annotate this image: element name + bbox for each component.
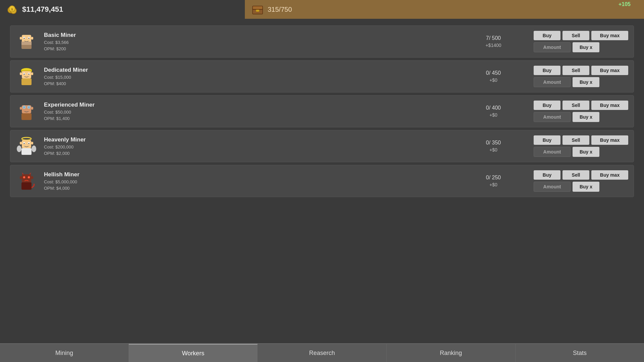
amount-button-basic-miner[interactable]: Amount xyxy=(534,42,571,52)
gold-icon: $ xyxy=(7,3,19,15)
svg-rect-49 xyxy=(22,174,31,182)
name-dedicated-miner: Dedicated Miner xyxy=(44,67,460,73)
name-basic-miner: Basic Miner xyxy=(44,32,460,39)
svg-rect-54 xyxy=(20,176,22,179)
stats-heavenly-miner: 0/ 350 +$0 xyxy=(460,140,527,153)
buy-button-experienced-miner[interactable]: Buy xyxy=(534,101,560,110)
buy-max-button-basic-miner[interactable]: Buy max xyxy=(591,31,628,40)
chest-plus: +105 xyxy=(619,1,631,7)
info-basic-miner: Basic Miner Cost: $3,566 OPM: $200 xyxy=(44,32,460,51)
name-experienced-miner: Experienced Miner xyxy=(44,102,460,108)
buy-x-button-hellish-miner[interactable]: Buy x xyxy=(573,182,599,192)
amount-button-experienced-miner[interactable]: Amount xyxy=(534,112,571,122)
header: $ $11,479,451 315/750 +105 xyxy=(0,0,644,19)
avatar-dedicated-miner xyxy=(16,66,37,87)
buy-x-button-basic-miner[interactable]: Buy x xyxy=(573,42,599,52)
svg-rect-24 xyxy=(20,72,22,75)
buy-x-button-dedicated-miner[interactable]: Buy x xyxy=(573,77,599,87)
svg-text:$: $ xyxy=(11,8,13,11)
stats-experienced-miner: 0/ 400 +$0 xyxy=(460,105,527,118)
svg-point-22 xyxy=(24,74,25,75)
worker-row-heavenly-miner: Heavenly Miner Cost: $200,000 OPM: $2,00… xyxy=(10,130,634,162)
sell-button-dedicated-miner[interactable]: Sell xyxy=(562,66,589,75)
buy-max-button-experienced-miner[interactable]: Buy max xyxy=(591,101,628,110)
svg-rect-55 xyxy=(31,176,33,179)
worker-row-dedicated-miner: Dedicated Miner Cost: $15,000 OPM: $400 … xyxy=(10,60,634,93)
svg-point-44 xyxy=(17,145,21,152)
svg-rect-26 xyxy=(21,78,32,85)
nav-stats[interactable]: Stats xyxy=(516,344,644,362)
info-dedicated-miner: Dedicated Miner Cost: $15,000 OPM: $400 xyxy=(44,67,460,86)
svg-rect-16 xyxy=(21,42,32,45)
svg-rect-46 xyxy=(21,148,32,155)
buy-button-dedicated-miner[interactable]: Buy xyxy=(534,66,560,75)
count-experienced-miner: 0/ 400 xyxy=(486,105,501,111)
buttons-hellish-miner: Buy Sell Buy max Amount Buy x xyxy=(534,170,628,192)
buy-max-button-dedicated-miner[interactable]: Buy max xyxy=(591,66,628,75)
avatar-basic-miner xyxy=(16,31,37,52)
amount-button-heavenly-miner[interactable]: Amount xyxy=(534,147,571,157)
buy-max-button-hellish-miner[interactable]: Buy max xyxy=(591,170,628,180)
buttons-dedicated-miner: Buy Sell Buy max Amount Buy x xyxy=(534,66,628,87)
avatar-experienced-miner xyxy=(16,101,37,122)
sell-button-heavenly-miner[interactable]: Sell xyxy=(562,135,589,145)
name-heavenly-miner: Heavenly Miner xyxy=(44,136,460,143)
income-experienced-miner: +$0 xyxy=(489,112,497,118)
svg-point-40 xyxy=(24,143,25,144)
nav-research[interactable]: Reaserch xyxy=(258,344,386,362)
svg-point-12 xyxy=(24,38,25,39)
gold-section: $ $11,479,451 xyxy=(0,0,245,19)
cost-hellish-miner: Cost: $5,000,000 xyxy=(44,179,460,184)
opm-hellish-miner: OPM: $4,000 xyxy=(44,186,460,191)
chest-section: 315/750 +105 xyxy=(245,0,644,19)
buttons-basic-miner: Buy Sell Buy max Amount Buy x xyxy=(534,31,628,52)
sell-button-experienced-miner[interactable]: Sell xyxy=(562,101,589,110)
cost-dedicated-miner: Cost: $15,000 xyxy=(44,75,460,80)
count-basic-miner: 7/ 500 xyxy=(486,35,501,41)
chest-count: 315/750 xyxy=(268,6,292,13)
buy-button-hellish-miner[interactable]: Buy xyxy=(534,170,560,180)
buy-button-basic-miner[interactable]: Buy xyxy=(534,31,560,40)
income-hellish-miner: +$0 xyxy=(489,182,497,187)
sell-button-basic-miner[interactable]: Sell xyxy=(562,31,589,40)
avatar-heavenly-miner xyxy=(16,135,37,157)
stats-dedicated-miner: 0/ 450 +$0 xyxy=(460,70,527,83)
svg-rect-33 xyxy=(20,107,22,110)
info-heavenly-miner: Heavenly Miner Cost: $200,000 OPM: $2,00… xyxy=(44,136,460,156)
svg-rect-15 xyxy=(31,37,33,40)
buy-max-button-heavenly-miner[interactable]: Buy max xyxy=(591,135,628,145)
svg-point-32 xyxy=(28,106,30,108)
cost-experienced-miner: Cost: $50,000 xyxy=(44,110,460,115)
amount-button-hellish-miner[interactable]: Amount xyxy=(534,182,571,192)
footer-nav: Mining Workers Reaserch Ranking Stats xyxy=(0,343,644,362)
buy-x-button-experienced-miner[interactable]: Buy x xyxy=(573,112,599,122)
svg-rect-42 xyxy=(20,142,22,144)
svg-point-13 xyxy=(29,38,30,39)
nav-ranking[interactable]: Ranking xyxy=(387,344,516,362)
svg-point-23 xyxy=(29,74,30,75)
buy-button-heavenly-miner[interactable]: Buy xyxy=(534,135,560,145)
nav-workers[interactable]: Workers xyxy=(129,344,258,362)
buy-x-button-heavenly-miner[interactable]: Buy x xyxy=(573,147,599,157)
gold-amount: $11,479,451 xyxy=(22,5,63,14)
avatar-hellish-miner xyxy=(16,170,37,192)
nav-mining[interactable]: Mining xyxy=(0,344,129,362)
opm-dedicated-miner: OPM: $400 xyxy=(44,81,460,86)
chest-icon xyxy=(252,3,264,15)
svg-rect-25 xyxy=(31,72,33,75)
svg-rect-35 xyxy=(21,113,32,120)
svg-point-36 xyxy=(22,137,31,140)
svg-rect-56 xyxy=(21,182,32,190)
cost-heavenly-miner: Cost: $200,000 xyxy=(44,144,460,149)
income-dedicated-miner: +$0 xyxy=(489,77,497,83)
count-heavenly-miner: 0/ 350 xyxy=(486,140,501,146)
worker-row-hellish-miner: Hellish Miner Cost: $5,000,000 OPM: $4,0… xyxy=(10,165,634,197)
svg-rect-34 xyxy=(31,107,33,110)
opm-heavenly-miner: OPM: $2,000 xyxy=(44,151,460,156)
stats-hellish-miner: 0/ 250 +$0 xyxy=(460,175,527,187)
sell-button-hellish-miner[interactable]: Sell xyxy=(562,170,589,180)
svg-point-41 xyxy=(29,143,30,144)
name-hellish-miner: Hellish Miner xyxy=(44,171,460,178)
amount-button-dedicated-miner[interactable]: Amount xyxy=(534,77,571,87)
opm-basic-miner: OPM: $200 xyxy=(44,46,460,51)
